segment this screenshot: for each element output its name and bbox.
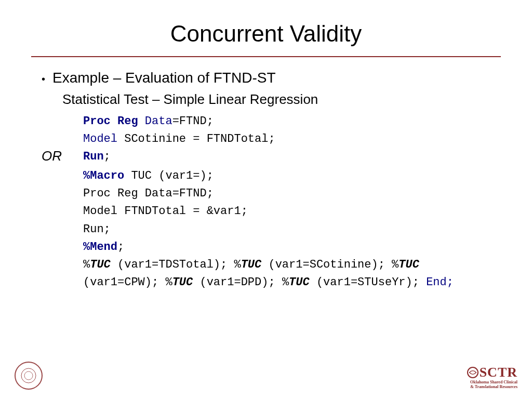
code-option: Data	[145, 115, 172, 128]
sctr-acronym: SCTR	[480, 365, 517, 380]
code-macro: TUC	[289, 276, 310, 289]
slide: Concurrent Validity • Example – Evaluati…	[0, 0, 532, 399]
code-keyword: Run	[83, 150, 104, 163]
sctr-logo: SCTR Oklahoma Shared Clinical & Translat…	[467, 365, 517, 390]
code-macro: TUC	[398, 258, 419, 271]
title-divider	[31, 56, 501, 57]
code-text: =FTND;	[172, 115, 214, 128]
code-text: (var1=CPW); %	[83, 276, 172, 289]
sctr-subtitle-2: & Translational Resources	[467, 385, 517, 390]
code-line: Proc Reg Data=FTND;	[83, 113, 501, 130]
code-keyword: %Macro	[83, 169, 124, 182]
code-macro: TUC	[241, 258, 262, 271]
content-area: • Example – Evaluation of FTND-ST Statis…	[31, 70, 501, 291]
code-text: ;	[104, 150, 111, 163]
svg-point-0	[21, 368, 36, 383]
code-text: (var1=DPD); %	[193, 276, 289, 289]
bullet-marker: •	[42, 71, 45, 84]
code-line: Model FTNDTotal = &var1;	[83, 203, 501, 220]
code-keyword: Proc Reg	[83, 115, 145, 128]
code-text: %	[83, 258, 90, 271]
bullet-item: • Example – Evaluation of FTND-ST	[42, 70, 501, 86]
code-line: %Macro TUC (var1=);	[83, 167, 501, 185]
sctr-emblem-icon	[467, 367, 478, 378]
university-seal-icon	[15, 362, 43, 390]
code-text: (var1=STUseYr);	[310, 276, 426, 289]
code-text: TUC (var1=);	[124, 169, 214, 182]
code-macro: TUC	[172, 276, 193, 289]
code-line: %TUC (var1=TDSTotal); %TUC (var1=SCotini…	[83, 256, 478, 291]
code-text: ;	[117, 241, 124, 254]
sub-bullet-text: Statistical Test – Simple Linear Regress…	[62, 91, 501, 108]
code-block-2: %Macro TUC (var1=); Proc Reg Data=FTND; …	[83, 167, 501, 291]
footer: SCTR Oklahoma Shared Clinical & Translat…	[0, 362, 532, 390]
code-text: SCotinine = FTNDTotal;	[117, 132, 275, 145]
code-option: Model	[83, 132, 117, 145]
code-text: (var1=TDSTotal); %	[111, 258, 241, 271]
svg-point-1	[24, 371, 33, 380]
code-macro: TUC	[90, 258, 111, 271]
code-option: End;	[426, 276, 454, 289]
code-text: (var1=SCotinine); %	[261, 258, 398, 271]
code-line: Run;	[83, 221, 501, 238]
bullet-text: Example – Evaluation of FTND-ST	[52, 70, 276, 86]
code-keyword: %Mend	[83, 241, 117, 254]
code-line: %Mend;	[83, 238, 501, 256]
code-line: Proc Reg Data=FTND;	[83, 185, 501, 203]
sctr-main-row: SCTR	[467, 365, 517, 380]
slide-title: Concurrent Validity	[31, 21, 501, 47]
code-line: Model SCotinine = FTNDTotal;	[83, 130, 501, 148]
